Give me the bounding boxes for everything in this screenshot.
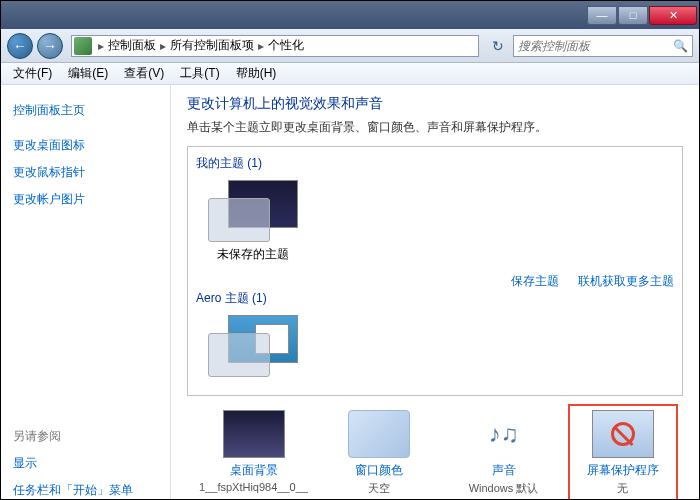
close-button[interactable]: ✕ xyxy=(649,6,697,25)
menu-file[interactable]: 文件(F) xyxy=(5,63,60,84)
setting-bg[interactable]: 桌面背景1__fspXtHiq984__0__ xyxy=(199,410,309,496)
setting-sound[interactable]: ♪♫声音Windows 默认 xyxy=(449,410,559,496)
get-more-themes-link[interactable]: 联机获取更多主题 xyxy=(578,274,674,288)
sidebar: 控制面板主页 更改桌面图标 更改鼠标指针 更改帐户图片 另请参阅 显示 任务栏和… xyxy=(1,85,171,499)
setting-title: 声音 xyxy=(449,462,559,479)
address-bar[interactable]: ▸ 控制面板 ▸ 所有控制面板项 ▸ 个性化 xyxy=(71,35,479,57)
ss-icon xyxy=(592,410,654,458)
setting-color[interactable]: 窗口颜色天空 xyxy=(324,410,434,496)
aero-themes-label: Aero 主题 (1) xyxy=(196,290,674,307)
back-button[interactable]: ← xyxy=(7,33,33,59)
sound-icon: ♪♫ xyxy=(473,410,535,458)
content-pane: 更改计算机上的视觉效果和声音 单击某个主题立即更改桌面背景、窗口颜色、声音和屏幕… xyxy=(171,85,699,499)
menubar: 文件(F) 编辑(E) 查看(V) 工具(T) 帮助(H) xyxy=(1,63,699,85)
chevron-right-icon[interactable]: ▸ xyxy=(96,39,106,53)
minimize-button[interactable]: — xyxy=(587,6,617,25)
menu-view[interactable]: 查看(V) xyxy=(116,63,172,84)
setting-title: 桌面背景 xyxy=(199,462,309,479)
breadcrumb[interactable]: 控制面板 xyxy=(106,37,158,54)
control-panel-icon xyxy=(74,37,92,55)
sidebar-link-display[interactable]: 显示 xyxy=(11,450,160,477)
navbar: ← → ▸ 控制面板 ▸ 所有控制面板项 ▸ 个性化 ↻ 🔍 xyxy=(1,29,699,63)
my-themes-label: 我的主题 (1) xyxy=(196,155,674,172)
forward-button[interactable]: → xyxy=(37,33,63,59)
page-desc: 单击某个主题立即更改桌面背景、窗口颜色、声音和屏幕保护程序。 xyxy=(187,119,683,136)
maximize-button[interactable]: □ xyxy=(618,6,648,25)
theme-label: 未保存的主题 xyxy=(198,246,308,263)
color-icon xyxy=(348,410,410,458)
theme-thumbnail-icon xyxy=(208,315,298,377)
breadcrumb[interactable]: 个性化 xyxy=(266,37,306,54)
sidebar-link-account-pic[interactable]: 更改帐户图片 xyxy=(11,186,160,213)
setting-value: Windows 默认 xyxy=(449,481,559,496)
breadcrumb[interactable]: 所有控制面板项 xyxy=(168,37,256,54)
sidebar-link-taskbar[interactable]: 任务栏和「开始」菜单 xyxy=(11,477,160,500)
menu-edit[interactable]: 编辑(E) xyxy=(60,63,116,84)
setting-value: 天空 xyxy=(324,481,434,496)
chevron-right-icon[interactable]: ▸ xyxy=(256,39,266,53)
sidebar-link-pointer[interactable]: 更改鼠标指针 xyxy=(11,159,160,186)
search-icon[interactable]: 🔍 xyxy=(673,39,688,53)
theme-item-unsaved[interactable]: 未保存的主题 xyxy=(198,180,308,263)
sidebar-link-home[interactable]: 控制面板主页 xyxy=(11,97,160,124)
theme-item-aero[interactable] xyxy=(198,315,308,381)
search-input[interactable] xyxy=(518,39,673,53)
setting-title: 屏幕保护程序 xyxy=(574,462,672,479)
settings-row: 桌面背景1__fspXtHiq984__0__窗口颜色天空♪♫声音Windows… xyxy=(187,410,683,496)
sidebar-link-icons[interactable]: 更改桌面图标 xyxy=(11,132,160,159)
setting-value: 1__fspXtHiq984__0__ xyxy=(199,481,309,493)
search-box[interactable]: 🔍 xyxy=(513,35,693,57)
themes-panel: 我的主题 (1) 未保存的主题 保存主题 联机获取更多主题 Aero 主题 (1… xyxy=(187,146,683,396)
setting-title: 窗口颜色 xyxy=(324,462,434,479)
theme-thumbnail-icon xyxy=(208,180,298,242)
refresh-button[interactable]: ↻ xyxy=(487,35,509,57)
sidebar-also-heading: 另请参阅 xyxy=(11,423,160,450)
setting-ss[interactable]: 屏幕保护程序无 xyxy=(568,404,678,499)
setting-value: 无 xyxy=(574,481,672,496)
menu-help[interactable]: 帮助(H) xyxy=(228,63,285,84)
bg-icon xyxy=(223,410,285,458)
titlebar: — □ ✕ xyxy=(1,1,699,29)
chevron-right-icon[interactable]: ▸ xyxy=(158,39,168,53)
theme-actions: 保存主题 联机获取更多主题 xyxy=(196,273,674,290)
menu-tools[interactable]: 工具(T) xyxy=(172,63,227,84)
page-title: 更改计算机上的视觉效果和声音 xyxy=(187,95,683,113)
save-theme-link[interactable]: 保存主题 xyxy=(511,274,559,288)
